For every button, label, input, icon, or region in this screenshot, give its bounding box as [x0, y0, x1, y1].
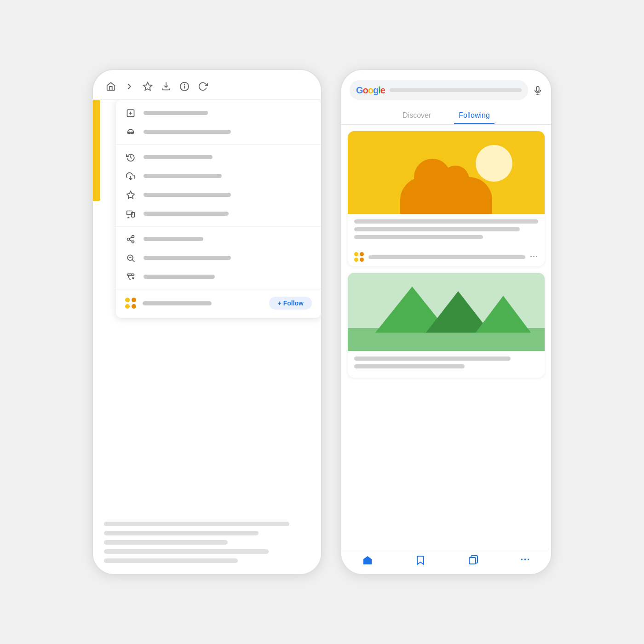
share-icon: [125, 234, 136, 244]
menu-label-line: [144, 193, 231, 197]
menu-divider: [116, 289, 321, 289]
mountain-right: [476, 296, 531, 333]
menu-item-new-tab[interactable]: [116, 104, 321, 122]
svg-line-22: [132, 260, 135, 262]
tab-bar: Discover Following: [341, 106, 551, 125]
content-line: [104, 540, 228, 545]
card-weather-footer: ···: [348, 248, 545, 266]
right-phone: Google Discover Following: [340, 69, 552, 575]
menu-item-find[interactable]: [116, 248, 321, 267]
nav-bookmarks-icon[interactable]: [415, 554, 426, 566]
menu-source-label: [143, 301, 212, 305]
menu-item-devices[interactable]: [116, 204, 321, 223]
download-icon[interactable]: [161, 80, 171, 92]
menu-label-line: [144, 111, 208, 115]
bottom-navigation: ···: [341, 549, 551, 574]
bottom-content-lines: [93, 516, 321, 574]
history-icon: [125, 152, 136, 162]
google-logo: Google: [356, 85, 385, 96]
home-icon[interactable]: [106, 80, 116, 92]
star-icon[interactable]: [143, 80, 153, 92]
svg-point-18: [132, 241, 134, 243]
content-line: [104, 531, 259, 535]
cloud-illustration: [400, 177, 492, 214]
svg-marker-11: [127, 191, 135, 199]
card-landscape-body: [348, 351, 545, 378]
sun-illustration: [476, 145, 512, 182]
card-text-line: [354, 235, 483, 239]
refresh-icon[interactable]: [198, 80, 208, 92]
dot: [125, 298, 130, 302]
tab-discover[interactable]: Discover: [398, 108, 436, 124]
search-bar-area: Google: [341, 70, 551, 106]
menu-label-line: [144, 256, 231, 260]
dot: [354, 252, 358, 256]
nav-tabs-icon[interactable]: [468, 554, 479, 566]
source-dots-icon: [125, 298, 136, 309]
translate-icon: [125, 272, 136, 282]
menu-divider: [116, 144, 321, 145]
news-feed: ···: [341, 125, 551, 549]
svg-marker-0: [144, 82, 152, 90]
svg-line-20: [129, 237, 132, 238]
menu-item-bookmarks[interactable]: [116, 185, 321, 204]
svg-rect-27: [469, 558, 476, 564]
left-phone: + Follow: [92, 69, 322, 575]
tab-following[interactable]: Following: [454, 108, 494, 124]
incognito-icon: [125, 127, 136, 137]
svg-point-16: [132, 235, 134, 237]
svg-point-17: [127, 238, 130, 240]
card-landscape: [348, 273, 545, 378]
bookmark-tab: [93, 100, 100, 201]
menu-item-follow[interactable]: + Follow: [116, 292, 321, 314]
find-icon: [125, 253, 136, 263]
card-text-line: [354, 356, 511, 361]
content-line: [104, 522, 289, 526]
svg-rect-24: [536, 86, 539, 92]
content-line: [104, 558, 238, 563]
menu-item-incognito[interactable]: [116, 122, 321, 141]
forward-icon[interactable]: [124, 80, 134, 92]
menu-item-translate[interactable]: [116, 267, 321, 286]
devices-icon: [125, 209, 136, 218]
menu-label-line: [144, 174, 222, 178]
follow-button[interactable]: + Follow: [269, 297, 312, 310]
mic-icon[interactable]: [533, 85, 543, 96]
card-weather-image: [348, 131, 545, 214]
bookmarks-icon: [125, 190, 136, 200]
card-text-line: [354, 219, 538, 224]
cloud-bump: [442, 166, 469, 193]
downloads-icon: [125, 171, 136, 181]
dot: [125, 304, 130, 309]
info-icon[interactable]: [179, 80, 190, 92]
search-bar[interactable]: Google: [350, 80, 528, 100]
card-landscape-image: [348, 273, 545, 351]
menu-item-share[interactable]: [116, 230, 321, 248]
follow-plus: +: [277, 299, 281, 307]
search-input-placeholder: [390, 88, 522, 92]
dot: [360, 258, 364, 262]
nav-home-icon[interactable]: [362, 554, 373, 566]
svg-line-19: [129, 240, 132, 241]
context-menu: + Follow: [116, 100, 321, 318]
page-content: + Follow: [93, 100, 321, 516]
more-options-icon[interactable]: ···: [530, 252, 538, 262]
follow-label: Follow: [283, 299, 304, 307]
menu-label-line: [144, 275, 215, 279]
card-weather-body: [348, 214, 545, 248]
svg-point-7: [128, 129, 133, 133]
menu-label-line: [144, 237, 203, 241]
browser-toolbar: [93, 70, 321, 100]
menu-item-downloads[interactable]: [116, 167, 321, 185]
menu-divider: [116, 226, 321, 227]
menu-label-line: [144, 212, 229, 216]
dot: [132, 304, 136, 309]
cloud-body: [400, 177, 492, 214]
dot: [360, 252, 364, 256]
source-icon-dots: [354, 252, 364, 262]
source-name-line: [368, 255, 525, 259]
menu-item-history[interactable]: [116, 148, 321, 167]
dot: [354, 258, 358, 262]
card-text-line: [354, 227, 520, 231]
nav-more-icon[interactable]: ···: [520, 554, 530, 566]
